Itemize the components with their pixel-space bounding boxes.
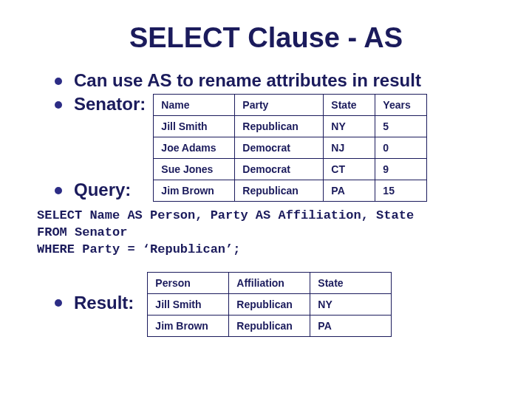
- cell: NY: [324, 116, 375, 137]
- query-label: Query:: [74, 180, 131, 200]
- cell: 0: [375, 137, 427, 159]
- cell: PA: [324, 180, 375, 202]
- col-header: State: [310, 272, 392, 293]
- cell: 9: [375, 159, 427, 180]
- col-header: Affiliation: [229, 272, 310, 293]
- cell: CT: [324, 159, 375, 180]
- bullet-icon: [55, 101, 62, 109]
- cell: Republican: [229, 293, 310, 315]
- cell: Democrat: [235, 137, 324, 159]
- table-row: Name Party State Years: [154, 95, 427, 116]
- bullet-icon: [55, 187, 62, 194]
- cell: Joe Adams: [154, 137, 235, 159]
- table-row: Joe Adams Democrat NJ 0: [154, 137, 427, 159]
- code-line: SELECT Name AS Person, Party AS Affiliat…: [37, 208, 502, 225]
- cell: Republican: [235, 180, 324, 202]
- bullet-icon: [55, 78, 62, 85]
- table-row: Person Affiliation State: [148, 272, 392, 293]
- col-header: State: [324, 95, 375, 116]
- result-row: Result: Person Affiliation State Jill Sm…: [30, 272, 502, 337]
- bullet-line-1: Can use AS to rename attributes in resul…: [30, 70, 502, 91]
- table-row: Jill Smith Republican NY 5: [154, 116, 427, 137]
- query-code: SELECT Name AS Person, Party AS Affiliat…: [37, 208, 502, 259]
- cell: Republican: [235, 116, 324, 137]
- cell: PA: [310, 315, 392, 336]
- col-header: Party: [235, 95, 324, 116]
- cell: Jill Smith: [148, 293, 229, 315]
- code-line: FROM Senator: [37, 225, 502, 242]
- table-row: Sue Jones Democrat CT 9: [154, 159, 427, 180]
- cell: 5: [375, 116, 427, 137]
- bullet-icon: [55, 299, 62, 307]
- table-row: Jill Smith Republican NY: [148, 293, 392, 315]
- code-line: WHERE Party = ‘Republican’;: [37, 242, 502, 259]
- cell: Sue Jones: [154, 159, 235, 180]
- cell: Republican: [229, 315, 310, 336]
- cell: Jill Smith: [154, 116, 235, 137]
- cell: NJ: [324, 137, 375, 159]
- senator-table: Name Party State Years Jill Smith Republ…: [153, 94, 427, 202]
- table-row: Jim Brown Republican PA 15: [154, 180, 427, 202]
- cell: Democrat: [235, 159, 324, 180]
- senator-label: Senator:: [74, 94, 146, 115]
- col-header: Name: [154, 95, 235, 116]
- table-row: Jim Brown Republican PA: [148, 315, 392, 336]
- bullet-text-1: Can use AS to rename attributes in resul…: [74, 70, 421, 91]
- cell: 15: [375, 180, 427, 202]
- cell: Jim Brown: [154, 180, 235, 202]
- cell: NY: [310, 293, 392, 315]
- slide-title: SELECT Clause - AS: [30, 22, 502, 54]
- result-table: Person Affiliation State Jill Smith Repu…: [147, 272, 392, 337]
- result-label: Result:: [74, 293, 134, 313]
- cell: Jim Brown: [148, 315, 229, 336]
- col-header: Person: [148, 272, 229, 293]
- col-header: Years: [375, 95, 427, 116]
